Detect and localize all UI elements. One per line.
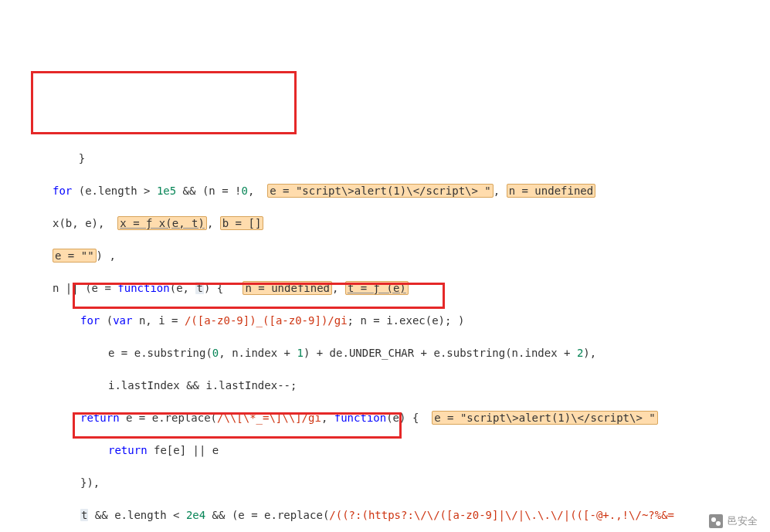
code-line: for (var n, i = /([a-z0-9])_([a-z0-9])/g… [0,313,770,329]
wechat-icon [709,514,723,528]
code-line: for (e.length > 1e5 && (n = !0, e = "scr… [0,183,770,199]
code-line: } [0,151,770,167]
code-line: return e = e.replace(/\\[\*_=\]\\]/gi, f… [0,410,770,426]
code-line: i.lastIndex && i.lastIndex--; [0,378,770,394]
code-viewer: } for (e.length > 1e5 && (n = !0, e = "s… [0,65,770,532]
code-line: x(b, e), x = ƒ x(e, t), b = [] [0,215,770,232]
code-line: e = e.substring(0, n.index + 1) + de.UND… [0,345,770,361]
code-line: return fe[e] || e [0,442,770,459]
highlight-box-1 [31,71,297,134]
code-line: n || (e = function(e, t) { n = undefined… [0,280,770,296]
code-line: e = "") , [0,248,770,264]
watermark-text: 邑安全 [728,513,758,529]
watermark: 邑安全 [709,513,758,529]
code-line: t && e.length < 2e4 && (e = e.replace(/(… [0,507,770,524]
code-line: }), [0,475,770,491]
